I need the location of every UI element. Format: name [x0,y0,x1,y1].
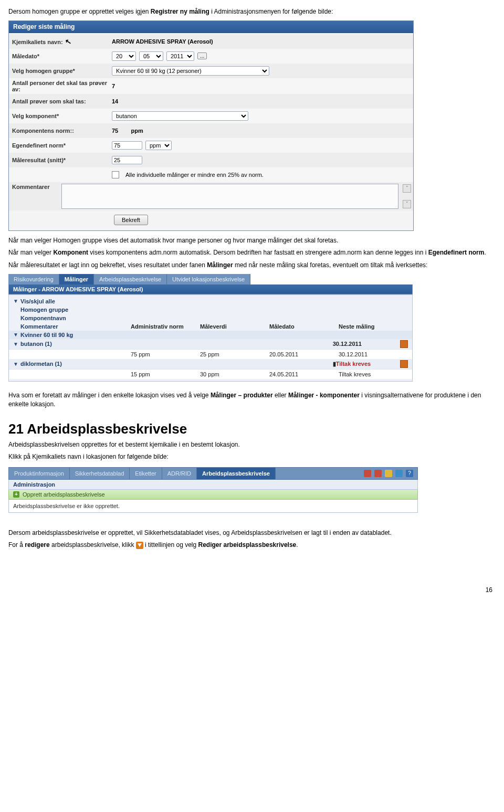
list-header-columns: Kommentarer Administrativ norm Måleverdi… [9,322,412,331]
next: 30.12.2011 [339,351,408,357]
label: Velg homogen gruppe* [12,68,112,74]
help-icon[interactable]: ? [406,470,413,477]
doc-icon[interactable] [385,470,392,477]
label: Måledato* [12,53,112,59]
persons-value: 7 [112,83,410,89]
samples-value: 14 [112,98,410,104]
pdf-icon[interactable] [364,470,371,477]
under-25-checkbox[interactable] [112,171,119,178]
own-norm-unit-select[interactable]: ppm [145,141,172,150]
value: 30 ppm [200,371,269,377]
scroll-up-icon[interactable]: ˄ [403,184,411,193]
cursor-icon: ↖ [64,37,72,46]
confirm-button[interactable]: Bekreft [114,215,148,225]
tab-productinfo[interactable]: Produktinformasjon [9,468,70,479]
measurements-block: Risikovurdering Målinger Arbeidsplassbes… [8,274,413,382]
bold-komp: Målinger - komponenter [288,392,360,399]
component-select[interactable]: butanon [112,111,248,121]
label: Kjemikaliets navn: [12,39,63,45]
col-value: Måleverdi [200,323,269,330]
paragraph-21-2: Klikk på Kjemikaliets navn i lokasjonen … [8,452,496,461]
button-row: Bekreft [9,210,413,229]
action-icon[interactable] [400,340,408,348]
own-norm-input[interactable] [112,141,142,150]
list-toggle-all[interactable]: ▼Vis/skjul alle [9,297,412,305]
date: 24.05.2011 [269,371,339,377]
label: Måleresultat (snitt)* [12,157,112,163]
pdf-icon-2[interactable] [374,470,382,477]
data-row-diklormetan: 15 ppm 30 ppm 24.05.2011 Tiltak kreves [9,369,412,379]
bold-redigere: redigere [25,541,49,549]
row-result: Måleresultat (snitt)* [9,153,413,167]
tab-workplace[interactable]: Arbeidsplassbeskrivelse [197,468,276,479]
tab-measurements[interactable]: Målinger [59,274,94,284]
section-21-title: 21 Arbeidsplassbeskrivelse [8,421,496,437]
tab-sds[interactable]: Sikkerhetsdatablad [70,468,130,479]
triangle-down-icon: ▼ [13,341,20,347]
row-chemical-name: Kjemikaliets navn:↖ ARROW ADHESIVE SPRAY… [9,34,413,49]
tab-risk[interactable]: Risikovurdering [8,274,59,284]
not-created-row: Arbeidsplassbeskrivelse er ikke opprette… [8,500,418,513]
norm: 15 ppm [131,371,200,377]
component-row-butanon[interactable]: ▼ butanon (1) 30.12.2011 [9,339,412,349]
page-number: 16 [8,586,496,594]
list-header-group: Homogen gruppe [9,305,412,314]
product-tabs: Produktinformasjon Sikkerhetsdatablad Et… [8,467,418,480]
text: Dersom homogen gruppe er opprettet velge… [8,8,151,15]
edit-measurement-panel: Rediger siste måling Kjemikaliets navn:↖… [8,20,414,231]
paragraph-komponent: Når man velger Komponent vises komponent… [8,248,496,257]
col-next: Neste måling [339,323,408,330]
date-day-select[interactable]: 20 [112,51,136,61]
paragraph-result: Når måleresultatet er lagt inn og bekref… [8,261,496,270]
scroll-down-icon[interactable]: ˅ [403,200,411,208]
dropdown-arrow-icon [136,542,143,549]
label: Komponentens norm:: [12,128,112,134]
bold-egendef: Egendefinert norm [428,249,485,256]
textarea-scroll: ˄˅ [403,184,410,208]
measurements-header: Målinger - ARROW ADHESIVE SPRAY (Aerosol… [8,284,413,294]
plus-icon: + [13,491,19,498]
paragraph-visning: Hva som er foretatt av målinger i den en… [8,391,496,409]
row-checkbox: Alle individuelle målinger er mindre enn… [9,167,413,182]
row-persons: Antall personer det skal tas prøver av: … [9,78,413,94]
next: Tiltak kreves [339,371,408,377]
label: Velg komponent* [12,113,112,119]
paragraph-21-1: Arbeidsplassbeskrivelsen opprettes for e… [8,440,496,449]
panel-title: Rediger siste måling [9,21,413,33]
label: Antall personer det skal tas prøver av: [12,80,112,92]
tab-location-desc[interactable]: Utvidet lokasjonsbeskrivelse [167,274,250,284]
bold-komponent: Komponent [53,249,88,256]
group-row[interactable]: ▼Kvinner 60 til 90 kg [9,331,412,339]
text: Hva som er foretatt av målinger i den en… [8,392,211,399]
paragraph-bottom-1: Dersom arbeidsplassbeskrivelse er oppret… [8,529,496,537]
row-component: Velg komponent* butanon [9,109,413,123]
intro-paragraph-1: Dersom homogen gruppe er opprettet velge… [8,7,496,16]
chemical-name-value: ARROW ADHESIVE SPRAY (Aerosol) [112,38,410,45]
component-row-diklormetan[interactable]: ▼ diklormetan (1) ▮Tiltak kreves [9,359,412,369]
next-date: 30.12.2011 [333,341,400,347]
date-month-select[interactable]: 05 [139,51,163,61]
list-header-compname: Komponentnavn [9,314,412,322]
info-icon[interactable] [395,470,403,477]
text: . [296,541,298,549]
text: eller [273,392,288,399]
panel-body: Kjemikaliets navn:↖ ARROW ADHESIVE SPRAY… [9,33,413,230]
tab-labels[interactable]: Etiketter [130,468,162,479]
comments-textarea[interactable] [61,184,398,209]
date-more-button[interactable]: ... [197,52,207,59]
group-select[interactable]: Kvinner 60 til 90 kg (12 personer) [112,66,269,76]
row-group: Velg homogen gruppe* Kvinner 60 til 90 k… [9,64,413,78]
row-samples: Antall prøver som skal tas: 14 [9,94,413,109]
paragraph-bottom-2: For å redigere arbeidsplassbeskrivelse, … [8,541,496,550]
label: Kommentarer [12,184,61,190]
create-workplace-row[interactable]: + Opprett arbeidsplassbeskrivelse [8,490,418,500]
tab-workplace-desc[interactable]: Arbeidsplassbeskrivelse [94,274,167,284]
date: 20.05.2011 [269,351,339,357]
result-input[interactable] [112,156,142,164]
text: arbeidsplassbeskrivelse, klikk [50,541,136,549]
tab-adr[interactable]: ADR/RID [162,468,197,479]
date-year-select[interactable]: 2011 [166,51,194,61]
comp-name: diklormetan (1) [20,361,131,367]
row-component-norm: Komponentens norm:: 75 ppm [9,123,413,138]
action-icon[interactable] [400,360,408,368]
